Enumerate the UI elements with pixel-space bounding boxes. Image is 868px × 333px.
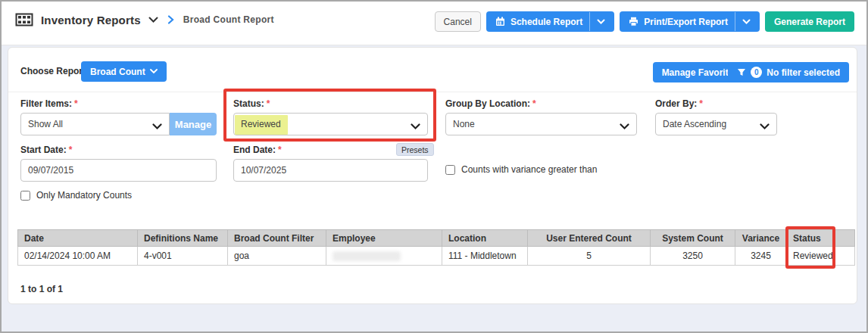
filter-items-label: Filter Items:*	[20, 98, 78, 109]
mandatory-counts-checkbox[interactable]	[20, 191, 30, 201]
status-select[interactable]: Reviewed	[233, 113, 428, 135]
presets-label: Presets	[401, 145, 429, 154]
cancel-button[interactable]: Cancel	[435, 11, 481, 32]
generate-report-button[interactable]: Generate Report	[765, 11, 854, 32]
redacted-employee-name	[333, 251, 401, 261]
order-by-label: Order By:*	[655, 98, 703, 109]
manage-filter-items-button[interactable]: Manage	[170, 113, 217, 135]
calendar-icon	[495, 17, 505, 26]
schedule-chevron-down-icon[interactable]	[597, 19, 605, 25]
chevron-down-icon	[620, 122, 629, 132]
cell-system-count: 3250	[651, 247, 735, 266]
start-date-input[interactable]	[20, 159, 217, 182]
schedule-report-button[interactable]: Schedule Report	[486, 11, 614, 32]
chevron-down-icon	[152, 122, 162, 132]
button-divider	[735, 12, 735, 31]
variance-checkbox[interactable]	[445, 165, 455, 175]
column-header-date[interactable]: Date	[18, 230, 138, 247]
button-divider	[589, 12, 590, 31]
order-by-value: Date Ascending	[663, 119, 726, 129]
chevron-down-icon	[760, 122, 770, 132]
table-header-row: Date Definitions Name Broad Count Filter…	[18, 230, 855, 247]
manage-button-label: Manage	[175, 119, 211, 130]
column-header-definitions-name[interactable]: Definitions Name	[138, 230, 228, 247]
variance-checkbox-row: Counts with variance greater than	[445, 164, 597, 175]
page-title: Inventory Reports	[41, 14, 141, 26]
app-window: Inventory Reports Broad Count Report Can…	[0, 0, 868, 333]
required-asterisk: *	[74, 98, 78, 109]
broad-count-chevron-down-icon	[150, 69, 158, 74]
required-asterisk: *	[69, 145, 73, 155]
status-label: Status:*	[233, 98, 270, 109]
page-background: Choose Report Broad Count Manage Favorit…	[2, 46, 866, 331]
broad-count-dropdown-button[interactable]: Broad Count	[81, 61, 167, 82]
schedule-report-label: Schedule Report	[510, 17, 582, 27]
printer-icon	[629, 17, 639, 26]
results-table: Date Definitions Name Broad Count Filter…	[17, 229, 855, 266]
manage-favorites-label: Manage Favorites	[662, 67, 738, 78]
required-asterisk: *	[267, 98, 270, 109]
cell-status: Reviewed	[787, 247, 855, 266]
print-export-report-label: Print/Export Report	[644, 17, 728, 27]
group-by-location-select[interactable]: None	[445, 113, 637, 135]
broad-count-label: Broad Count	[90, 67, 145, 77]
choose-report-label: Choose Report	[20, 66, 86, 76]
record-count-text: 1 to 1 of 1	[20, 284, 63, 294]
cell-employee	[326, 247, 442, 266]
generate-report-label: Generate Report	[774, 17, 845, 27]
inventory-reports-icon	[15, 12, 33, 27]
cell-location: 111 - Middletown	[442, 247, 528, 266]
cell-definitions-name: 4-v001	[138, 247, 228, 266]
report-panel: Choose Report Broad Count Manage Favorit…	[8, 47, 857, 304]
required-asterisk: *	[532, 98, 536, 109]
required-asterisk: *	[278, 145, 282, 155]
filter-items-value: Show All	[28, 119, 63, 129]
no-filter-selected-button[interactable]: 0 No filter selected	[728, 62, 849, 82]
cell-broad-count-filter: goa	[228, 247, 326, 266]
group-by-location-label: Group By Location:*	[445, 98, 536, 109]
print-export-report-button[interactable]: Print/Export Report	[620, 11, 760, 32]
no-filter-selected-label: No filter selected	[767, 67, 840, 78]
end-date-label: End Date:*	[233, 145, 282, 155]
print-chevron-down-icon[interactable]	[742, 19, 751, 25]
mandatory-counts-label: Only Mandatory Counts	[36, 190, 132, 201]
column-header-system-count[interactable]: System Count	[651, 230, 735, 247]
cell-variance: 3245	[735, 247, 787, 266]
end-date-input[interactable]	[233, 159, 428, 182]
title-chevron-down-icon[interactable]	[148, 17, 158, 23]
top-bar: Inventory Reports Broad Count Report Can…	[2, 2, 866, 45]
group-by-location-value: None	[453, 119, 475, 129]
filter-count-badge: 0	[751, 67, 762, 78]
required-asterisk: *	[699, 98, 703, 109]
chevron-down-icon	[411, 122, 420, 132]
presets-button[interactable]: Presets	[396, 143, 434, 156]
breadcrumb: Broad Count Report	[183, 14, 274, 25]
table-row[interactable]: 02/14/2024 10:00 AM 4-v001 goa 111 - Mid…	[18, 247, 855, 266]
column-header-status[interactable]: Status	[787, 230, 855, 247]
section-divider	[8, 92, 857, 92]
variance-checkbox-label: Counts with variance greater than	[461, 164, 597, 175]
filter-items-select[interactable]: Show All	[20, 113, 170, 135]
column-header-location[interactable]: Location	[442, 230, 528, 247]
order-by-select[interactable]: Date Ascending	[655, 113, 777, 135]
cell-user-entered-count: 5	[528, 247, 651, 266]
cell-date: 02/14/2024 10:00 AM	[18, 247, 138, 266]
funnel-icon	[737, 68, 746, 77]
column-header-user-entered-count[interactable]: User Entered Count	[528, 230, 651, 247]
breadcrumb-separator-icon	[167, 15, 174, 24]
column-header-employee[interactable]: Employee	[326, 230, 442, 247]
mandatory-checkbox-row: Only Mandatory Counts	[20, 190, 132, 201]
column-header-variance[interactable]: Variance	[735, 230, 787, 247]
cancel-button-label: Cancel	[444, 17, 472, 27]
status-value: Reviewed	[241, 119, 281, 129]
column-header-broad-count-filter[interactable]: Broad Count Filter	[228, 230, 326, 247]
start-date-label: Start Date:*	[20, 145, 72, 155]
